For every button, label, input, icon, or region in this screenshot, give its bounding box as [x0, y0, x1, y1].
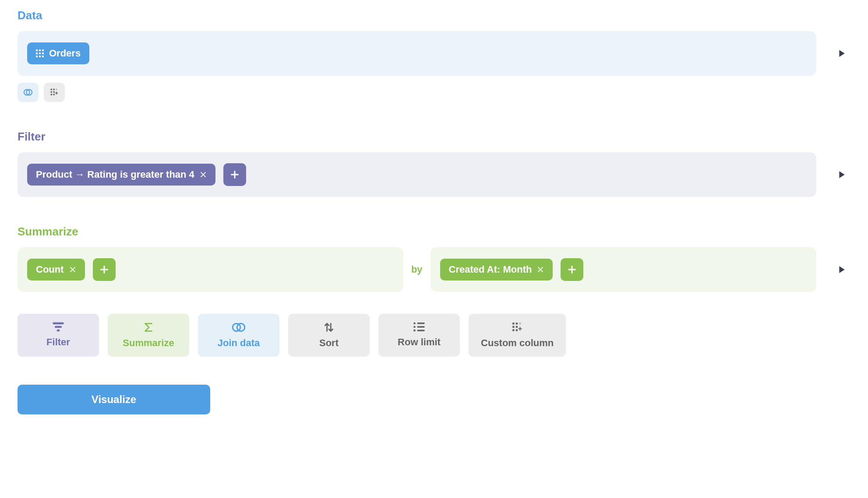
- custom-column-shortcut[interactable]: [44, 83, 65, 102]
- visualize-button-label: Visualize: [92, 393, 136, 406]
- svg-rect-8: [53, 94, 55, 95]
- grouping-remove[interactable]: [537, 266, 544, 273]
- action-join-label: Join data: [218, 337, 260, 349]
- data-run-button[interactable]: [833, 45, 850, 62]
- play-icon: [838, 49, 846, 57]
- action-join[interactable]: Join data: [198, 314, 279, 357]
- plus-icon: [568, 265, 576, 274]
- join-icon: [232, 322, 245, 333]
- plus-icon: [230, 170, 239, 179]
- action-filter[interactable]: Filter: [18, 314, 99, 357]
- svg-rect-26: [516, 329, 518, 331]
- data-section: Data Orders: [18, 9, 850, 102]
- action-summarize-label: Summarize: [123, 337, 174, 349]
- action-summarize[interactable]: Summarize: [108, 314, 189, 357]
- svg-rect-25: [512, 329, 514, 331]
- aggregation-panel: Count: [18, 247, 403, 292]
- aggregation-label: Count: [36, 265, 64, 274]
- close-icon: [200, 171, 207, 178]
- action-sort[interactable]: Sort: [288, 314, 370, 357]
- svg-rect-23: [512, 326, 514, 328]
- svg-rect-11: [57, 330, 60, 332]
- svg-point-16: [413, 326, 416, 328]
- visualize-button[interactable]: Visualize: [18, 385, 210, 414]
- svg-rect-7: [51, 94, 52, 95]
- custom-column-icon: [512, 322, 523, 333]
- close-icon: [537, 266, 544, 273]
- action-custom-column[interactable]: Custom column: [469, 314, 566, 357]
- sort-icon: [323, 322, 335, 333]
- filter-section: Filter Product → Rating is greater than …: [18, 130, 850, 197]
- data-source-chip[interactable]: Orders: [27, 42, 89, 64]
- svg-point-14: [413, 323, 416, 325]
- svg-rect-17: [417, 326, 425, 328]
- grouping-chip[interactable]: Created At: Month: [440, 259, 553, 281]
- action-filter-label: Filter: [46, 337, 70, 348]
- table-grid-icon: [36, 49, 44, 57]
- svg-rect-5: [51, 91, 52, 93]
- join-data-shortcut[interactable]: [18, 83, 39, 102]
- custom-column-icon: [50, 88, 59, 97]
- svg-rect-22: [519, 323, 521, 324]
- sigma-icon: [143, 322, 154, 333]
- svg-point-18: [413, 330, 416, 332]
- svg-rect-10: [55, 326, 62, 328]
- play-icon: [838, 171, 846, 179]
- svg-rect-21: [516, 323, 518, 324]
- list-icon: [413, 322, 425, 332]
- join-icon: [23, 88, 33, 97]
- plus-icon: [100, 265, 109, 274]
- grouping-panel: Created At: Month: [430, 247, 816, 292]
- action-row-limit[interactable]: Row limit: [378, 314, 460, 357]
- grouping-label: Created At: Month: [449, 265, 532, 274]
- close-icon: [69, 266, 76, 273]
- svg-rect-19: [417, 330, 425, 331]
- data-section-title: Data: [18, 9, 850, 22]
- action-row-limit-label: Row limit: [398, 337, 441, 348]
- svg-rect-20: [512, 323, 514, 324]
- filter-panel: Product → Rating is greater than 4: [18, 152, 816, 197]
- filter-section-title: Filter: [18, 130, 850, 144]
- action-custom-column-label: Custom column: [481, 337, 554, 349]
- summarize-run-button[interactable]: [833, 261, 850, 278]
- svg-rect-2: [51, 89, 52, 90]
- filter-chip-remove[interactable]: [200, 171, 207, 178]
- svg-rect-15: [417, 323, 425, 324]
- summarize-section: Summarize Count by Created At: Month: [18, 225, 850, 292]
- action-sort-label: Sort: [319, 337, 339, 349]
- aggregation-remove[interactable]: [69, 266, 76, 273]
- play-icon: [838, 266, 846, 274]
- svg-rect-9: [53, 323, 64, 325]
- summarize-section-title: Summarize: [18, 225, 850, 238]
- data-source-label: Orders: [49, 49, 81, 58]
- aggregation-chip[interactable]: Count: [27, 259, 85, 281]
- add-filter-button[interactable]: [223, 163, 246, 186]
- data-panel: Orders: [18, 31, 816, 76]
- svg-rect-24: [516, 326, 518, 328]
- svg-rect-3: [53, 89, 55, 90]
- filter-run-button[interactable]: [833, 166, 850, 183]
- svg-rect-4: [56, 89, 57, 90]
- by-label: by: [411, 264, 423, 275]
- svg-rect-6: [53, 91, 55, 93]
- filter-chip-label: Product → Rating is greater than 4: [36, 170, 194, 179]
- add-aggregation-button[interactable]: [93, 258, 116, 281]
- action-cards: Filter Summarize Join data Sort R: [18, 314, 850, 357]
- filter-icon: [52, 322, 64, 332]
- add-grouping-button[interactable]: [561, 258, 583, 281]
- filter-chip[interactable]: Product → Rating is greater than 4: [27, 164, 215, 186]
